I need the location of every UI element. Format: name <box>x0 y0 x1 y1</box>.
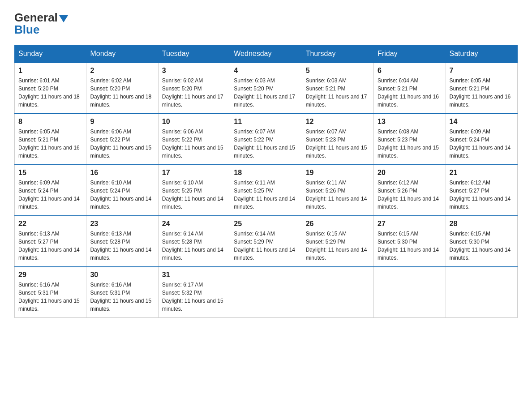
calendar-cell: 11 Sunrise: 6:07 AMSunset: 5:22 PMDaylig… <box>230 114 302 165</box>
calendar-cell: 28 Sunrise: 6:15 AMSunset: 5:30 PMDaylig… <box>446 216 517 267</box>
calendar-cell: 1 Sunrise: 6:01 AMSunset: 5:20 PMDayligh… <box>15 63 86 114</box>
day-number: 23 <box>90 220 154 228</box>
day-number: 28 <box>450 220 514 228</box>
day-info: Sunrise: 6:17 AMSunset: 5:32 PMDaylight:… <box>162 282 223 312</box>
day-info: Sunrise: 6:13 AMSunset: 5:28 PMDaylight:… <box>90 231 151 261</box>
calendar-cell: 9 Sunrise: 6:06 AMSunset: 5:22 PMDayligh… <box>86 114 158 165</box>
calendar-cell <box>230 267 302 318</box>
day-number: 12 <box>306 118 370 126</box>
day-number: 5 <box>306 67 370 75</box>
calendar-cell: 13 Sunrise: 6:08 AMSunset: 5:23 PMDaylig… <box>374 114 446 165</box>
calendar-cell <box>446 267 517 318</box>
weekday-header-thursday: Thursday <box>302 45 373 63</box>
day-info: Sunrise: 6:07 AMSunset: 5:23 PMDaylight:… <box>306 128 367 159</box>
day-number: 3 <box>162 67 226 75</box>
day-number: 19 <box>306 169 370 177</box>
day-info: Sunrise: 6:11 AMSunset: 5:26 PMDaylight:… <box>306 180 367 210</box>
calendar-cell: 15 Sunrise: 6:09 AMSunset: 5:24 PMDaylig… <box>15 165 86 216</box>
day-info: Sunrise: 6:15 AMSunset: 5:30 PMDaylight:… <box>450 231 511 261</box>
day-info: Sunrise: 6:03 AMSunset: 5:21 PMDaylight:… <box>306 77 367 108</box>
logo-triangle-icon <box>59 15 68 22</box>
calendar-cell: 3 Sunrise: 6:02 AMSunset: 5:20 PMDayligh… <box>158 63 230 114</box>
day-number: 18 <box>234 169 298 177</box>
day-number: 27 <box>378 220 442 228</box>
calendar-cell: 23 Sunrise: 6:13 AMSunset: 5:28 PMDaylig… <box>86 216 158 267</box>
calendar-cell: 14 Sunrise: 6:09 AMSunset: 5:24 PMDaylig… <box>446 114 517 165</box>
calendar-cell: 4 Sunrise: 6:03 AMSunset: 5:20 PMDayligh… <box>230 63 302 114</box>
logo-blue: Blue <box>14 23 39 37</box>
day-info: Sunrise: 6:14 AMSunset: 5:28 PMDaylight:… <box>162 231 223 261</box>
weekday-header-sunday: Sunday <box>15 45 86 63</box>
page-header: General Blue <box>14 11 518 37</box>
calendar-cell: 2 Sunrise: 6:02 AMSunset: 5:20 PMDayligh… <box>86 63 158 114</box>
day-info: Sunrise: 6:10 AMSunset: 5:24 PMDaylight:… <box>90 180 151 210</box>
day-info: Sunrise: 6:10 AMSunset: 5:25 PMDaylight:… <box>162 180 223 210</box>
day-number: 25 <box>234 220 298 228</box>
day-info: Sunrise: 6:02 AMSunset: 5:20 PMDaylight:… <box>90 77 151 108</box>
calendar-cell: 30 Sunrise: 6:16 AMSunset: 5:31 PMDaylig… <box>86 267 158 318</box>
day-info: Sunrise: 6:15 AMSunset: 5:29 PMDaylight:… <box>306 231 367 261</box>
day-info: Sunrise: 6:09 AMSunset: 5:24 PMDaylight:… <box>450 128 511 159</box>
calendar-week-row: 29 Sunrise: 6:16 AMSunset: 5:31 PMDaylig… <box>15 267 518 318</box>
day-info: Sunrise: 6:06 AMSunset: 5:22 PMDaylight:… <box>162 128 223 159</box>
day-number: 7 <box>450 67 514 75</box>
day-info: Sunrise: 6:15 AMSunset: 5:30 PMDaylight:… <box>378 231 439 261</box>
day-info: Sunrise: 6:16 AMSunset: 5:31 PMDaylight:… <box>18 282 80 312</box>
calendar-cell: 31 Sunrise: 6:17 AMSunset: 5:32 PMDaylig… <box>158 267 230 318</box>
day-number: 15 <box>18 169 82 177</box>
day-number: 8 <box>18 118 82 126</box>
day-number: 10 <box>162 118 226 126</box>
day-number: 26 <box>306 220 370 228</box>
calendar-cell: 20 Sunrise: 6:12 AMSunset: 5:26 PMDaylig… <box>374 165 446 216</box>
day-number: 2 <box>90 67 154 75</box>
weekday-header-saturday: Saturday <box>446 45 517 63</box>
day-info: Sunrise: 6:13 AMSunset: 5:27 PMDaylight:… <box>18 231 80 261</box>
day-info: Sunrise: 6:08 AMSunset: 5:23 PMDaylight:… <box>378 128 439 159</box>
calendar-cell <box>374 267 446 318</box>
day-info: Sunrise: 6:07 AMSunset: 5:22 PMDaylight:… <box>234 128 295 159</box>
day-number: 16 <box>90 169 154 177</box>
calendar-cell: 10 Sunrise: 6:06 AMSunset: 5:22 PMDaylig… <box>158 114 230 165</box>
calendar-cell: 21 Sunrise: 6:12 AMSunset: 5:27 PMDaylig… <box>446 165 517 216</box>
calendar-cell: 16 Sunrise: 6:10 AMSunset: 5:24 PMDaylig… <box>86 165 158 216</box>
weekday-header-tuesday: Tuesday <box>158 45 230 63</box>
calendar-cell: 6 Sunrise: 6:04 AMSunset: 5:21 PMDayligh… <box>374 63 446 114</box>
day-number: 9 <box>90 118 154 126</box>
calendar-cell: 25 Sunrise: 6:14 AMSunset: 5:29 PMDaylig… <box>230 216 302 267</box>
calendar-week-row: 8 Sunrise: 6:05 AMSunset: 5:21 PMDayligh… <box>15 114 518 165</box>
day-number: 22 <box>18 220 82 228</box>
day-info: Sunrise: 6:14 AMSunset: 5:29 PMDaylight:… <box>234 231 295 261</box>
calendar-cell: 19 Sunrise: 6:11 AMSunset: 5:26 PMDaylig… <box>302 165 373 216</box>
day-number: 17 <box>162 169 226 177</box>
day-number: 24 <box>162 220 226 228</box>
calendar-week-row: 1 Sunrise: 6:01 AMSunset: 5:20 PMDayligh… <box>15 63 518 114</box>
calendar-cell: 12 Sunrise: 6:07 AMSunset: 5:23 PMDaylig… <box>302 114 373 165</box>
day-number: 21 <box>450 169 514 177</box>
day-number: 30 <box>90 271 154 279</box>
day-info: Sunrise: 6:06 AMSunset: 5:22 PMDaylight:… <box>90 128 151 159</box>
day-number: 13 <box>378 118 442 126</box>
weekday-header-friday: Friday <box>374 45 446 63</box>
day-number: 20 <box>378 169 442 177</box>
day-number: 31 <box>162 271 226 279</box>
day-info: Sunrise: 6:03 AMSunset: 5:20 PMDaylight:… <box>234 77 295 108</box>
day-info: Sunrise: 6:02 AMSunset: 5:20 PMDaylight:… <box>162 77 223 108</box>
day-number: 1 <box>18 67 82 75</box>
day-info: Sunrise: 6:04 AMSunset: 5:21 PMDaylight:… <box>378 77 439 108</box>
calendar-cell <box>302 267 373 318</box>
day-info: Sunrise: 6:11 AMSunset: 5:25 PMDaylight:… <box>234 180 295 210</box>
day-info: Sunrise: 6:05 AMSunset: 5:21 PMDaylight:… <box>18 128 80 159</box>
calendar-cell: 29 Sunrise: 6:16 AMSunset: 5:31 PMDaylig… <box>15 267 86 318</box>
calendar-cell: 26 Sunrise: 6:15 AMSunset: 5:29 PMDaylig… <box>302 216 373 267</box>
day-info: Sunrise: 6:05 AMSunset: 5:21 PMDaylight:… <box>450 77 511 108</box>
day-number: 11 <box>234 118 298 126</box>
calendar-cell: 24 Sunrise: 6:14 AMSunset: 5:28 PMDaylig… <box>158 216 230 267</box>
calendar-cell: 27 Sunrise: 6:15 AMSunset: 5:30 PMDaylig… <box>374 216 446 267</box>
day-number: 14 <box>450 118 514 126</box>
calendar-cell: 8 Sunrise: 6:05 AMSunset: 5:21 PMDayligh… <box>15 114 86 165</box>
calendar-week-row: 22 Sunrise: 6:13 AMSunset: 5:27 PMDaylig… <box>15 216 518 267</box>
calendar-cell: 22 Sunrise: 6:13 AMSunset: 5:27 PMDaylig… <box>15 216 86 267</box>
weekday-header-wednesday: Wednesday <box>230 45 302 63</box>
calendar-cell: 18 Sunrise: 6:11 AMSunset: 5:25 PMDaylig… <box>230 165 302 216</box>
calendar-cell: 17 Sunrise: 6:10 AMSunset: 5:25 PMDaylig… <box>158 165 230 216</box>
